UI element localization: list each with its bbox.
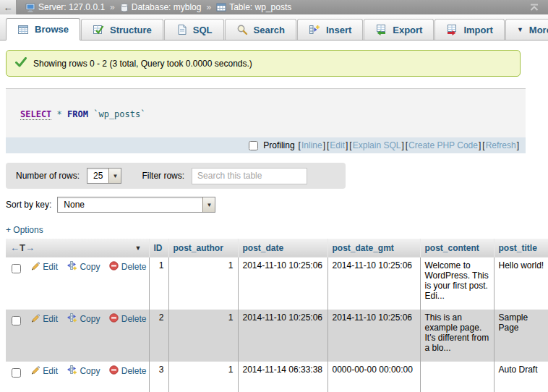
edit-link[interactable]: Edit	[30, 365, 58, 377]
pencil-icon	[30, 365, 40, 377]
sql-keyword-select[interactable]: SELECT	[20, 109, 51, 120]
copy-icon	[67, 365, 77, 377]
num-rows-label: Number of rows:	[16, 171, 80, 181]
export-icon	[375, 24, 387, 35]
browse-icon	[17, 24, 29, 35]
copy-link[interactable]: Copy	[67, 365, 100, 377]
sql-region: SELECT * FROM `wp_posts` Profiling [Inli…	[6, 88, 526, 153]
cell-post-title[interactable]: Hello world!	[494, 257, 548, 310]
sql-toolbar: Profiling [Inline] [Edit] [Explain SQL] …	[6, 137, 526, 153]
cell-id[interactable]: 3	[149, 362, 168, 392]
table-row: Edit Copy Delete 1 1 2014-11-10 10:25:06…	[6, 257, 548, 310]
tab-import[interactable]: Import	[434, 19, 504, 40]
table-body: Edit Copy Delete 1 1 2014-11-10 10:25:06…	[6, 257, 548, 392]
delete-icon	[109, 313, 119, 325]
server-icon	[25, 3, 35, 12]
pencil-icon	[30, 261, 40, 273]
row-checkbox[interactable]	[12, 368, 21, 378]
tab-insert[interactable]: Insert	[297, 19, 363, 40]
breadcrumb-table[interactable]: Table: wp_posts	[216, 2, 291, 12]
back-arrow-icon: ←	[4, 2, 13, 13]
filter-input[interactable]	[192, 168, 307, 184]
sql-query: SELECT * FROM `wp_posts`	[6, 89, 526, 137]
database-icon	[120, 3, 129, 12]
results-table: ←T→ ▼ ID post_author post_date post_date…	[6, 239, 548, 392]
column-header-post-author[interactable]: post_author	[168, 239, 238, 257]
cell-id[interactable]: 2	[149, 310, 168, 362]
profiling-checkbox[interactable]	[249, 141, 258, 150]
column-header-post-date[interactable]: post_date	[238, 239, 327, 257]
collapse-icon[interactable]	[529, 4, 539, 12]
dropdown-caret-icon: ▼	[202, 197, 215, 212]
more-caret-icon: ▼	[517, 26, 523, 33]
delete-link[interactable]: Delete	[109, 313, 147, 325]
cell-post-title[interactable]: Sample Page	[494, 310, 548, 362]
breadcrumb: Server: 127.0.0.1 » Database: myblog » T…	[25, 2, 291, 12]
sql-table-identifier: `wp_posts`	[93, 109, 145, 119]
delete-link[interactable]: Delete	[109, 261, 147, 273]
sort-caret-icon[interactable]: ▼	[135, 244, 142, 252]
transpose-arrows-icon[interactable]: ←T→	[10, 242, 35, 253]
options-toggle[interactable]: + Options	[6, 225, 43, 235]
cell-post-date[interactable]: 2014-11-10 10:25:06	[238, 310, 327, 362]
table-icon	[216, 3, 226, 12]
cell-post-content[interactable]: This is an example page. It's different …	[420, 310, 494, 362]
breadcrumb-server[interactable]: Server: 127.0.0.1	[25, 2, 105, 12]
cell-post-date-gmt[interactable]: 0000-00-00 00:00:00	[327, 362, 420, 392]
tab-more[interactable]: ▼ More	[505, 19, 548, 40]
breadcrumb-separator: »	[110, 2, 115, 12]
profiling-label[interactable]: Profiling	[246, 139, 294, 153]
column-header-id[interactable]: ID	[149, 239, 168, 257]
copy-link[interactable]: Copy	[67, 260, 100, 273]
column-header-post-title[interactable]: post_title	[494, 239, 548, 257]
tab-export[interactable]: Export	[364, 19, 434, 40]
edit-link[interactable]: Edit	[30, 313, 58, 325]
row-checkbox[interactable]	[12, 316, 21, 325]
tab-bar: Browse Structure SQL Search Insert Expor…	[0, 14, 548, 41]
sql-icon	[176, 24, 187, 35]
tab-structure[interactable]: Structure	[81, 19, 163, 40]
cell-post-author[interactable]: 1	[168, 362, 238, 392]
column-browse-controls[interactable]: ←T→ ▼	[6, 239, 149, 257]
breadcrumb-database[interactable]: Database: myblog	[120, 2, 202, 12]
rows-control-bar: Number of rows: 25 ▼ Filter rows:	[6, 163, 346, 189]
cell-post-date-gmt[interactable]: 2014-11-10 10:25:06	[327, 257, 420, 310]
tab-sql[interactable]: SQL	[164, 19, 224, 40]
cell-post-date-gmt[interactable]: 2014-11-10 10:25:06	[327, 310, 420, 362]
check-icon	[15, 57, 27, 69]
back-button[interactable]: ←	[0, 0, 17, 14]
cell-post-title[interactable]: Auto Draft	[494, 362, 548, 392]
success-message-text: Showing rows 0 - 2 (3 total, Query took …	[33, 59, 252, 69]
import-icon	[446, 24, 458, 35]
row-checkbox[interactable]	[12, 264, 21, 273]
num-rows-select[interactable]: 25 ▼	[87, 168, 121, 184]
edit-link[interactable]: Edit	[30, 261, 58, 273]
delete-icon	[109, 261, 119, 273]
refresh-link[interactable]: Refresh	[486, 140, 516, 150]
create-php-code-link[interactable]: Create PHP Code	[408, 140, 478, 150]
tab-search[interactable]: Search	[225, 19, 296, 40]
table-row: Edit Copy Delete 3 1 2014-11-14 06:33:38…	[6, 362, 548, 392]
inline-link[interactable]: Inline	[301, 140, 322, 150]
sort-key-select[interactable]: None ▼	[57, 197, 215, 213]
tab-browse[interactable]: Browse	[6, 18, 80, 41]
edit-query-link[interactable]: Edit	[330, 140, 345, 150]
copy-link[interactable]: Copy	[67, 312, 100, 325]
dropdown-caret-icon: ▼	[108, 169, 121, 183]
delete-link[interactable]: Delete	[109, 365, 147, 377]
cell-id[interactable]: 1	[149, 257, 168, 310]
column-header-post-date-gmt[interactable]: post_date_gmt	[327, 239, 420, 257]
explain-sql-link[interactable]: Explain SQL	[353, 140, 401, 150]
cell-post-date[interactable]: 2014-11-10 10:25:06	[238, 257, 327, 310]
sort-by-key-label: Sort by key:	[6, 200, 51, 210]
cell-post-content[interactable]: Welcome to WordPress. This is your first…	[420, 257, 494, 310]
table-row: Edit Copy Delete 2 1 2014-11-10 10:25:06…	[6, 310, 548, 362]
copy-icon	[67, 312, 77, 325]
cell-post-content[interactable]	[420, 362, 494, 392]
column-header-post-content[interactable]: post_content	[420, 239, 494, 257]
cell-post-date[interactable]: 2014-11-14 06:33:38	[238, 362, 327, 392]
pencil-icon	[30, 313, 40, 325]
sort-row: Sort by key: None ▼	[6, 197, 548, 213]
cell-post-author[interactable]: 1	[168, 310, 238, 362]
cell-post-author[interactable]: 1	[168, 257, 238, 310]
